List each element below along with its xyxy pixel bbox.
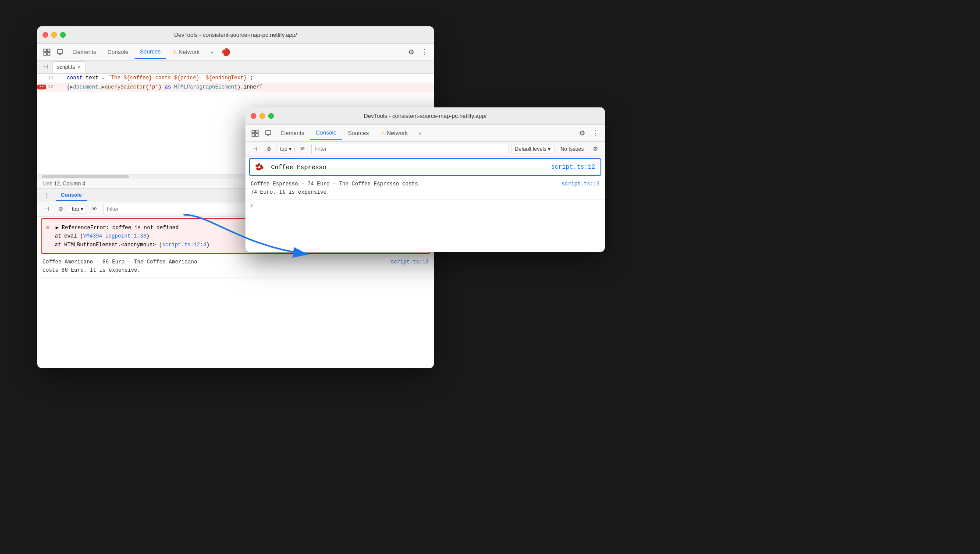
settings-icon-front[interactable]: ⚙ [576, 127, 588, 139]
window-title-front: DevTools - consistent-source-map-pc.netl… [364, 113, 486, 119]
close-button[interactable] [43, 32, 48, 38]
svg-rect-3 [47, 53, 50, 55]
log-text-americano: Coffee Americano – 86 Euro – The Coffee … [43, 258, 197, 275]
svg-rect-6 [252, 130, 255, 133]
tab-network-back[interactable]: ⚠ Network [167, 45, 205, 59]
log-text-espresso: Coffee Espresso – 74 Euro – The Coffee E… [251, 180, 418, 197]
svg-rect-4 [57, 50, 63, 53]
eval-link[interactable]: VM4394 logpoint:1:38 [83, 233, 146, 239]
maximize-button[interactable] [60, 32, 66, 38]
svg-rect-7 [256, 130, 258, 133]
error-circle-icon: ✕ [46, 224, 50, 231]
tab-console-back[interactable]: Console [102, 45, 134, 59]
coffee-espresso-text: Coffee Espresso [271, 164, 326, 171]
tab-console-front[interactable]: Console [310, 126, 342, 140]
settings-icon-back[interactable]: ⚙ [405, 46, 417, 58]
file-tab-close-icon[interactable]: ✕ [77, 64, 81, 70]
traffic-lights-front [251, 113, 274, 119]
sidebar-console-icon[interactable]: ⊣ [41, 203, 52, 215]
warning-icon: ⚠ [172, 49, 177, 55]
svg-rect-10 [266, 131, 271, 135]
window-title-back: DevTools - consistent-source-map-pc.netl… [174, 32, 297, 38]
filter-input-front[interactable] [311, 144, 508, 154]
error-message: ReferenceError: coffee is not defined [62, 225, 178, 231]
file-tab-script[interactable]: script.ts ✕ [52, 61, 86, 73]
sidebar-icon-front[interactable]: ⊣ [249, 143, 260, 155]
coffee-espresso-link[interactable]: script.ts:12 [551, 163, 595, 170]
log-link-americano[interactable]: script.ts:13 [391, 258, 429, 275]
more-tabs-icon[interactable]: » [206, 46, 218, 58]
warning-icon-front: ⚠ [380, 130, 385, 136]
expand-arrow-icon[interactable]: ▶ [56, 225, 59, 231]
close-button-front[interactable] [251, 113, 256, 119]
tab-elements-front[interactable]: Elements [275, 126, 309, 140]
dropdown-arrow-front: ▾ [289, 146, 291, 152]
coffee-espresso-row: 🫘 Coffee Espresso script.ts:12 [249, 158, 601, 176]
source-line-11: 11 const text = `The ${coffee} costs ${p… [37, 74, 434, 82]
console-more-icon[interactable]: ⋮ [41, 189, 53, 202]
console-log-espresso: Coffee Espresso – 74 Euro – The Coffee E… [245, 178, 605, 200]
title-bar-front: DevTools - consistent-source-map-pc.netl… [245, 107, 605, 125]
title-bar-back: DevTools - consistent-source-map-pc.netl… [37, 26, 434, 44]
anon-link[interactable]: script.ts:12:4 [162, 242, 206, 248]
scrollbar-thumb[interactable] [42, 175, 129, 178]
cursor-position: Line 12, Column 4 [43, 181, 85, 187]
chevron-row: › [245, 200, 605, 210]
svg-rect-0 [44, 49, 46, 52]
eye-icon-front[interactable]: 👁 [297, 143, 309, 155]
tab-sources-front[interactable]: Sources [343, 126, 374, 140]
log-link-espresso[interactable]: script.ts:13 [562, 180, 600, 197]
file-tab-label: script.ts [57, 64, 75, 70]
context-selector-back[interactable]: top ▾ [69, 205, 86, 213]
svg-rect-11 [267, 135, 269, 136]
devtools-window-front: DevTools - consistent-source-map-pc.netl… [245, 107, 605, 252]
console-log-americano: Coffee Americano – 86 Euro – The Coffee … [37, 256, 434, 278]
no-entry-icon-front[interactable]: ⊘ [263, 143, 274, 155]
console-section-label: Console [56, 190, 87, 201]
svg-rect-9 [256, 134, 258, 136]
svg-rect-5 [59, 54, 61, 55]
console-settings-icon-front[interactable]: ⚙ [590, 143, 601, 155]
minimize-button-front[interactable] [259, 113, 265, 119]
tab-network-front[interactable]: ⚠ Network [375, 126, 413, 140]
inspect-icon-front[interactable] [249, 127, 261, 139]
tab-elements-back[interactable]: Elements [67, 45, 101, 59]
sidebar-toggle-icon[interactable]: ⊣ [41, 62, 50, 72]
default-levels-btn-front[interactable]: Default levels ▾ [511, 145, 554, 153]
more-options-icon-front[interactable]: ⋮ [589, 127, 601, 139]
svg-rect-2 [44, 53, 46, 55]
svg-rect-8 [252, 134, 255, 136]
device-icon-front[interactable] [262, 127, 274, 139]
eye-icon-back[interactable]: 👁 [89, 203, 100, 215]
dropdown-arrow: ▾ [81, 206, 83, 212]
levels-dropdown-arrow-front: ▾ [548, 146, 550, 152]
source-lines: 11 const text = `The ${coffee} costs ${p… [37, 74, 434, 92]
minimize-button[interactable] [51, 32, 57, 38]
main-toolbar-back: Elements Console Sources ⚠ Network » ✕ 1… [37, 44, 434, 60]
device-icon[interactable] [54, 46, 66, 58]
source-line-12: ••12 (▶document.▶querySelector('p') as H… [37, 82, 434, 92]
more-tabs-icon-front[interactable]: » [414, 127, 426, 139]
maximize-button-front[interactable] [268, 113, 274, 119]
main-toolbar-front: Elements Console Sources ⚠ Network » ⚙ ⋮ [245, 125, 605, 142]
traffic-lights [43, 32, 66, 38]
no-issues-label-front: No Issues [557, 145, 587, 153]
no-entry-icon[interactable]: ⊘ [55, 203, 66, 215]
console-toolbar-front: ⊣ ⊘ top ▾ 👁 Default levels ▾ No Issues ⚙ [245, 142, 605, 156]
breakpoint-marker: •• [37, 85, 46, 89]
more-options-icon-back[interactable]: ⋮ [418, 46, 430, 58]
inspect-icon[interactable] [41, 46, 53, 58]
file-tabs-bar: ⊣ script.ts ✕ [37, 60, 434, 74]
error-count-badge: ✕ 1 [222, 48, 230, 56]
tab-sources-back[interactable]: Sources [135, 45, 166, 59]
svg-rect-1 [47, 49, 50, 52]
coffee-icon: 🫘 [255, 163, 264, 171]
context-selector-front[interactable]: top ▾ [277, 145, 295, 153]
chevron-icon: › [251, 202, 253, 209]
